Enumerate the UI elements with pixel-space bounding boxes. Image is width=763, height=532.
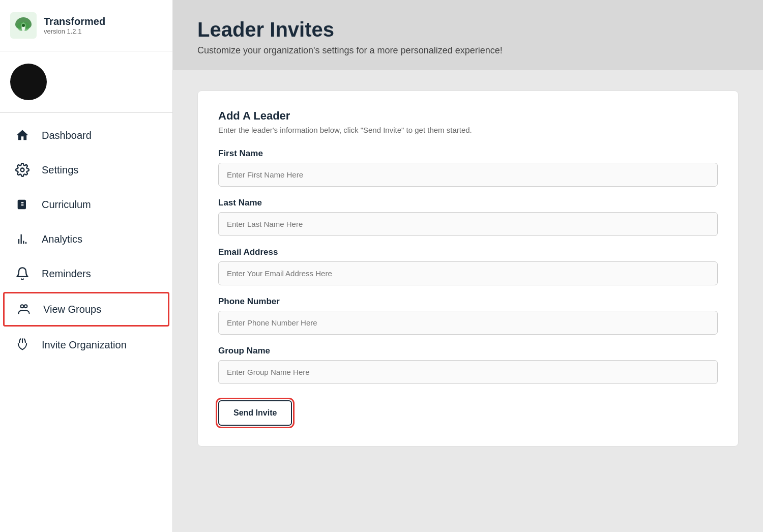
svg-point-1 xyxy=(22,24,25,27)
first-name-label: First Name xyxy=(218,149,718,159)
sidebar-item-label: Reminders xyxy=(42,268,91,280)
sidebar-header: Transformed version 1.2.1 xyxy=(0,0,172,51)
gear-icon xyxy=(14,162,31,178)
home-icon xyxy=(14,127,31,143)
bar-chart-icon xyxy=(14,231,31,247)
sidebar-item-view-groups[interactable]: View Groups xyxy=(3,292,169,327)
page-title: Leader Invites xyxy=(197,18,739,41)
groups-icon xyxy=(16,301,32,317)
phone-field: Phone Number xyxy=(218,297,718,335)
page-header: Leader Invites Customize your organizati… xyxy=(173,0,763,70)
first-name-field: First Name xyxy=(218,149,718,187)
last-name-label: Last Name xyxy=(218,198,718,208)
sidebar: Transformed version 1.2.1 Dashboard Sett… xyxy=(0,0,173,532)
books-icon xyxy=(14,196,31,213)
email-input[interactable] xyxy=(218,261,718,285)
form-card-title: Add A Leader xyxy=(218,109,718,123)
svg-point-2 xyxy=(21,168,24,172)
group-name-field: Group Name xyxy=(218,346,718,384)
sidebar-item-label: Invite Organization xyxy=(42,339,127,351)
sidebar-item-invite-org[interactable]: Invite Organization xyxy=(0,328,172,362)
avatar xyxy=(10,64,47,100)
app-logo xyxy=(10,12,37,39)
form-card-subtitle: Enter the leader's information below, cl… xyxy=(218,126,718,134)
phone-label: Phone Number xyxy=(218,297,718,307)
svg-point-3 xyxy=(21,305,24,308)
sidebar-item-curriculum[interactable]: Curriculum xyxy=(0,187,172,222)
form-area: Add A Leader Enter the leader's informat… xyxy=(173,70,763,532)
email-label: Email Address xyxy=(218,247,718,257)
app-version: version 1.2.1 xyxy=(44,27,105,35)
leader-invite-form-card: Add A Leader Enter the leader's informat… xyxy=(197,91,739,447)
sidebar-app-info: Transformed version 1.2.1 xyxy=(44,16,105,35)
sidebar-item-reminders[interactable]: Reminders xyxy=(0,256,172,291)
first-name-input[interactable] xyxy=(218,163,718,187)
sidebar-item-label: Analytics xyxy=(42,233,82,245)
svg-point-4 xyxy=(24,305,27,308)
phone-input[interactable] xyxy=(218,311,718,335)
sidebar-item-settings[interactable]: Settings xyxy=(0,153,172,187)
avatar-area xyxy=(0,51,172,113)
sidebar-item-label: Dashboard xyxy=(42,130,92,141)
sidebar-item-analytics[interactable]: Analytics xyxy=(0,222,172,256)
hands-icon xyxy=(14,337,31,353)
sidebar-nav: Dashboard Settings Curriculum xyxy=(0,113,172,532)
group-name-label: Group Name xyxy=(218,346,718,356)
sidebar-item-dashboard[interactable]: Dashboard xyxy=(0,118,172,153)
last-name-input[interactable] xyxy=(218,212,718,236)
sidebar-item-label: Curriculum xyxy=(42,199,91,211)
last-name-field: Last Name xyxy=(218,198,718,236)
email-field: Email Address xyxy=(218,247,718,285)
bell-icon xyxy=(14,265,31,282)
app-name: Transformed xyxy=(44,16,105,27)
main-content: Leader Invites Customize your organizati… xyxy=(173,0,763,532)
group-name-input[interactable] xyxy=(218,360,718,384)
page-subtitle: Customize your organization's settings f… xyxy=(197,45,739,56)
sidebar-item-label: Settings xyxy=(42,164,78,176)
sidebar-item-label: View Groups xyxy=(43,304,101,315)
send-invite-button[interactable]: Send Invite xyxy=(218,400,292,426)
